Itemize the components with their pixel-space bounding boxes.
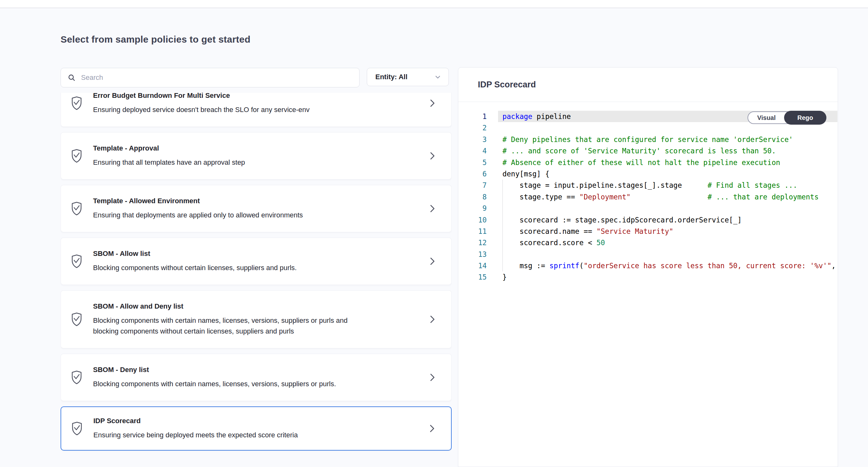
policy-card[interactable]: Template - Approval Ensuring that all te…	[61, 132, 452, 179]
policy-card-text: SBOM - Allow and Deny list Blocking comp…	[93, 302, 423, 337]
policy-preview-panel: IDP Scorecard Visual Rego 12345678910111…	[458, 67, 838, 467]
search-box[interactable]	[61, 68, 360, 87]
shield-check-icon	[70, 96, 83, 111]
policy-card-text: Error Budget Burndown For Multi Service …	[93, 93, 423, 115]
entity-filter-value: Entity: All	[375, 73, 407, 81]
policy-card-text: Template - Approval Ensuring that all te…	[93, 144, 423, 168]
policy-card-text: Template - Allowed Environment Ensuring …	[93, 197, 423, 221]
policy-card[interactable]: SBOM - Allow list Blocking components wi…	[61, 238, 452, 285]
policy-card-description: Ensuring service being deployed meets th…	[93, 430, 368, 440]
visual-rego-toggle[interactable]: Visual Rego	[747, 111, 826, 124]
policy-card[interactable]: Template - Allowed Environment Ensuring …	[61, 185, 452, 232]
chevron-right-icon	[428, 423, 436, 434]
policy-card-title: Error Budget Burndown For Multi Service	[93, 93, 423, 100]
visual-toggle-button[interactable]: Visual	[748, 114, 785, 121]
policy-card-description: Blocking components with certain names, …	[93, 315, 367, 337]
shield-check-icon	[70, 312, 83, 327]
policy-card-title: SBOM - Allow list	[93, 249, 423, 258]
chevron-right-icon	[428, 256, 437, 267]
rego-toggle-button[interactable]: Rego	[784, 111, 826, 125]
policy-cards: Error Budget Burndown For Multi Service …	[61, 93, 452, 467]
search-icon	[68, 74, 75, 81]
preview-panel-header: IDP Scorecard	[458, 67, 838, 102]
policy-card-description: Blocking components with certain names, …	[93, 379, 367, 389]
policy-card-title: Template - Allowed Environment	[93, 197, 423, 205]
chevron-right-icon	[428, 98, 437, 109]
policy-card-text: SBOM - Allow list Blocking components wi…	[93, 249, 423, 273]
shield-check-icon	[70, 370, 83, 385]
shield-check-icon	[70, 201, 83, 216]
preview-panel-title: IDP Scorecard	[478, 80, 536, 90]
chevron-right-icon	[428, 372, 437, 383]
chevron-down-icon	[434, 73, 441, 81]
chevron-right-icon	[428, 150, 437, 161]
policy-card[interactable]: Error Budget Burndown For Multi Service …	[61, 93, 452, 127]
shield-check-icon	[70, 254, 83, 269]
shield-check-icon	[70, 148, 83, 164]
top-bar	[0, 0, 868, 8]
policy-card-title: IDP Scorecard	[93, 416, 423, 425]
search-input[interactable]	[81, 73, 353, 82]
entity-filter-dropdown[interactable]: Entity: All	[367, 68, 449, 86]
shield-check-icon	[71, 421, 83, 436]
policy-card-description: Ensuring that deployments are applied on…	[93, 210, 367, 221]
chevron-right-icon	[428, 203, 437, 214]
policy-card-text: IDP Scorecard Ensuring service being dep…	[93, 416, 423, 440]
policy-card-title: Template - Approval	[93, 144, 423, 153]
code-lines: package pipeline # Deny pipelines that a…	[498, 111, 837, 283]
policy-card[interactable]: SBOM - Allow and Deny list Blocking comp…	[61, 290, 452, 348]
indent-guide-line	[502, 179, 503, 271]
policy-card[interactable]: SBOM - Deny list Blocking components wit…	[61, 354, 452, 401]
policy-card-title: SBOM - Deny list	[93, 366, 423, 374]
policy-card-title: SBOM - Allow and Deny list	[93, 302, 423, 311]
code-editor: 123456789101112131415 package pipeline #…	[458, 111, 837, 283]
policy-card-text: SBOM - Deny list Blocking components wit…	[93, 366, 423, 389]
policy-card-description: Ensuring deployed service doesn't breach…	[93, 105, 367, 115]
code-gutter: 123456789101112131415	[458, 111, 498, 283]
policy-card-description: Ensuring that all templates have an appr…	[93, 157, 367, 168]
page-title: Select from sample policies to get start…	[61, 34, 250, 45]
policy-card-description: Blocking components without certain lice…	[93, 263, 367, 273]
policy-card[interactable]: IDP Scorecard Ensuring service being dep…	[61, 406, 452, 450]
chevron-right-icon	[428, 314, 437, 325]
